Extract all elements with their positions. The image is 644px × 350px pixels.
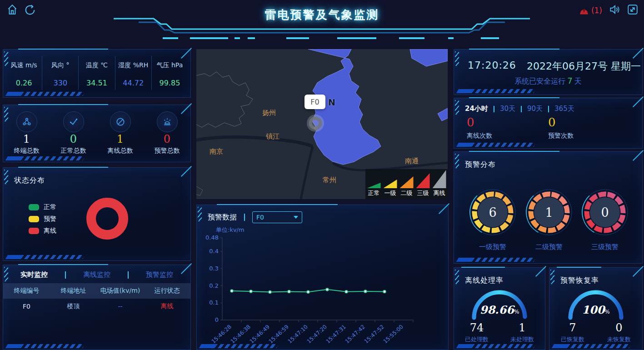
- svg-text:0.1: 0.1: [209, 299, 219, 306]
- gauge-label: 二级预警: [524, 243, 574, 251]
- tab-365d[interactable]: 365天: [554, 105, 574, 113]
- gauge-value: 1: [524, 187, 574, 237]
- svg-text:15:46:59: 15:46:59: [268, 324, 290, 345]
- header: 雷电预警及气象监测 (1): [0, 0, 644, 43]
- uptime: 系统已安全运行7天: [454, 76, 642, 86]
- station-select[interactable]: F0: [252, 211, 302, 223]
- gauge-value: 6: [468, 187, 518, 237]
- tab-offline-monitor[interactable]: 离线监控: [66, 270, 128, 279]
- svg-text:15:47:52: 15:47:52: [363, 324, 385, 345]
- uptime-days: 7: [565, 76, 574, 85]
- svg-text:15:46:38: 15:46:38: [230, 324, 252, 345]
- panel-title: 离线处理率: [465, 276, 504, 285]
- recover-rate-stats: 7已恢复数 0未恢复数: [549, 321, 642, 344]
- tab-90d[interactable]: 90天: [527, 105, 543, 113]
- svg-text:15:47:20: 15:47:20: [306, 324, 328, 345]
- weather-metric: 风速 m/s 0.26: [6, 56, 42, 90]
- current-time: 17:20:26: [468, 60, 516, 71]
- total-stat: 0 正常总数: [50, 110, 97, 158]
- monitor-panel: 实时监控 离线监控 预警监控 终端编号 终端地址 电场值(kv/m) 运行状态 …: [3, 265, 191, 350]
- map[interactable]: 扬州 镇江 南京 常州 南通 N F0 正常 一级 二级 三级 离线: [196, 49, 448, 199]
- fullscreen-icon: [627, 4, 639, 15]
- city-label: 南京: [210, 147, 223, 156]
- tab-separator: [548, 106, 549, 112]
- recover-rate-gauge: 100%: [564, 285, 628, 323]
- weather-metric: 湿度 %RH 44.72: [115, 56, 152, 90]
- legend-swatch: [29, 204, 39, 210]
- city-label: 南通: [405, 157, 419, 165]
- gauge-label: 三级预警: [580, 243, 630, 251]
- svg-text:15:47:31: 15:47:31: [325, 324, 347, 345]
- map-legend: 正常 一级 二级 三级 离线: [365, 169, 448, 199]
- alarm-bell-icon: [579, 5, 589, 16]
- tab-separator: [494, 106, 494, 112]
- offline-slash-icon: [115, 117, 125, 127]
- legend-item: 正常: [29, 203, 56, 211]
- sound-button[interactable]: [609, 4, 620, 17]
- panel-title: 预警恢复率: [560, 276, 599, 285]
- table-header: 终端编号 终端地址 电场值(kv/m) 运行状态: [3, 283, 190, 299]
- svg-text:15:55:00: 15:55:00: [382, 324, 404, 345]
- total-stat: 1 离线总数: [97, 110, 144, 158]
- offline-rate-panel: 离线处理率 98.66% 74已处理数 1未处理数: [454, 267, 545, 350]
- recover-rate-panel: 预警恢复率 100% 7已恢复数 0未恢复数: [549, 267, 643, 350]
- svg-text:15:46:28: 15:46:28: [210, 324, 233, 345]
- map-tooltip: F0: [305, 95, 325, 109]
- city-label: 扬州: [262, 109, 276, 117]
- gauge-value: 0: [580, 187, 630, 237]
- warning-count: 0 预警次数: [548, 115, 574, 140]
- legend-swatch: [29, 228, 39, 234]
- table-row: F0 楼顶 -- 离线: [3, 300, 190, 313]
- check-icon: [69, 117, 79, 127]
- offline-count: 0 离线次数: [467, 115, 492, 140]
- map-legend-item: 三级: [416, 173, 430, 197]
- svg-text:0.48: 0.48: [205, 234, 219, 241]
- svg-text:15:46:49: 15:46:49: [249, 324, 271, 345]
- tab-separator: [521, 106, 522, 112]
- svg-text:0.2: 0.2: [209, 282, 219, 289]
- fullscreen-button[interactable]: [627, 4, 639, 17]
- map-legend-item: 二级: [399, 176, 414, 197]
- tab-warning-monitor[interactable]: 预警监控: [129, 270, 190, 279]
- map-partial-label: N: [328, 97, 335, 107]
- weather-metric: 温度 ℃ 34.51: [79, 56, 115, 90]
- status-distribution-panel: 状态分布 正常 预警 离线: [3, 167, 191, 261]
- weather-panel: 风速 m/s 0.26 风向 ° 330 温度 ℃ 34.51 湿度 %RH 4…: [3, 49, 191, 98]
- level2-gauge: 1 二级预警: [524, 187, 574, 239]
- city-label: 常州: [323, 176, 336, 185]
- tab-24h[interactable]: 24小时: [465, 105, 488, 113]
- warning-distribution-panel: 预警分布 6 一级预警 1 二级预警: [454, 151, 643, 264]
- total-stat: 1 终端总数: [3, 110, 50, 158]
- current-date: 2022年06月27号 星期一: [527, 60, 641, 73]
- status-donut-chart: [86, 198, 128, 240]
- level1-gauge: 6 一级预警: [468, 187, 518, 239]
- legend-swatch: [29, 216, 39, 222]
- dashboard: 雷电预警及气象监测 (1): [0, 0, 644, 350]
- panel-title: 预警数据: [208, 213, 237, 222]
- field-line-chart: 00.10.20.30.40.4815:46:2815:46:3815:46:4…: [197, 232, 448, 350]
- tab-realtime-monitor[interactable]: 实时监控: [3, 270, 65, 279]
- panel-title: 状态分布: [14, 176, 45, 185]
- alarm-icon: [162, 117, 172, 127]
- svg-text:0: 0: [215, 316, 219, 323]
- page-title: 雷电预警及气象监测: [0, 7, 644, 22]
- alarm-button[interactable]: (1): [579, 5, 602, 16]
- map-legend-item: 一级: [383, 180, 398, 197]
- clock-panel: 17:20:26 2022年06月27号 星期一 系统已安全运行7天: [454, 49, 643, 95]
- svg-text:0.4: 0.4: [209, 248, 219, 255]
- svg-text:15:47:42: 15:47:42: [344, 324, 366, 345]
- chevron-down-icon: [294, 216, 298, 219]
- svg-text:0.3: 0.3: [209, 265, 219, 272]
- legend-item: 预警: [29, 215, 56, 223]
- gauge-label: 一级预警: [468, 243, 518, 251]
- terminal-network-icon: [22, 117, 32, 127]
- tab-30d[interactable]: 30天: [500, 105, 515, 113]
- offline-rate-stats: 74已处理数 1未处理数: [454, 321, 545, 344]
- offline-rate-gauge: 98.66%: [468, 285, 531, 323]
- warning-data-panel: 预警数据 F0 单位:kv/m 00.10.20.30.40.4815:46:2…: [196, 205, 449, 350]
- speaker-icon: [609, 4, 620, 15]
- svg-text:15:47:10: 15:47:10: [287, 324, 309, 345]
- weather-metric: 气压 hPa 99.85: [152, 56, 188, 90]
- total-stat: 0 预警总数: [144, 110, 190, 158]
- panel-title: 预警分布: [465, 160, 496, 170]
